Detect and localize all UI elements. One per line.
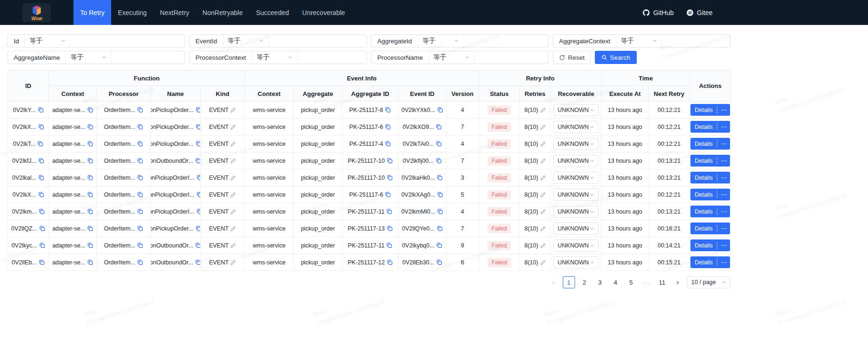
copy-icon[interactable]: [195, 124, 201, 130]
recoverable-select[interactable]: UNKNOWN: [553, 206, 599, 218]
edit-icon[interactable]: [230, 260, 236, 265]
copy-icon[interactable]: [87, 141, 93, 147]
copy-icon[interactable]: [87, 259, 93, 265]
filter-value-input[interactable]: [112, 51, 185, 64]
copy-icon[interactable]: [387, 259, 393, 265]
more-actions-icon[interactable]: ⋯: [717, 242, 730, 248]
edit-icon[interactable]: [540, 107, 546, 113]
edit-icon[interactable]: [540, 243, 546, 248]
details-button[interactable]: Details⋯: [690, 206, 730, 217]
more-actions-icon[interactable]: ⋯: [717, 124, 730, 130]
recoverable-select[interactable]: UNKNOWN: [553, 239, 599, 252]
copy-icon[interactable]: [87, 158, 93, 164]
filter-operator-select[interactable]: 等于: [24, 35, 71, 47]
more-actions-icon[interactable]: ⋯: [717, 191, 730, 198]
pagination-next-icon[interactable]: ›: [672, 276, 684, 288]
copy-icon[interactable]: [387, 175, 393, 181]
recoverable-select[interactable]: UNKNOWN: [553, 104, 599, 116]
details-button[interactable]: Details⋯: [690, 256, 730, 268]
tab-succeeded[interactable]: Succeeded: [249, 0, 295, 25]
edit-icon[interactable]: [540, 209, 546, 215]
copy-icon[interactable]: [436, 259, 442, 265]
pagination-prev-icon[interactable]: ‹: [547, 276, 560, 288]
copy-icon[interactable]: [87, 107, 93, 113]
recoverable-select[interactable]: UNKNOWN: [553, 121, 599, 133]
pagination-page[interactable]: 1: [563, 276, 575, 288]
copy-icon[interactable]: [195, 225, 201, 231]
copy-icon[interactable]: [37, 141, 43, 147]
more-actions-icon[interactable]: ⋯: [717, 158, 730, 164]
edit-icon[interactable]: [230, 124, 236, 130]
details-button[interactable]: Details⋯: [690, 172, 730, 183]
copy-icon[interactable]: [195, 259, 200, 265]
edit-icon[interactable]: [230, 141, 236, 147]
pagination-page[interactable]: 5: [625, 276, 637, 288]
copy-icon[interactable]: [137, 124, 143, 130]
copy-icon[interactable]: [38, 158, 44, 164]
details-button[interactable]: Details⋯: [690, 121, 730, 133]
github-link[interactable]: GitHub: [642, 9, 674, 16]
copy-icon[interactable]: [196, 191, 201, 198]
pagination-page[interactable]: 3: [594, 276, 606, 288]
edit-icon[interactable]: [230, 226, 236, 231]
copy-icon[interactable]: [137, 175, 143, 181]
more-actions-icon[interactable]: ⋯: [717, 259, 730, 265]
details-button[interactable]: Details⋯: [690, 189, 730, 200]
details-button[interactable]: Details⋯: [690, 155, 730, 167]
details-button[interactable]: Details⋯: [690, 239, 730, 251]
recoverable-select[interactable]: UNKNOWN: [553, 172, 599, 184]
copy-icon[interactable]: [437, 225, 443, 231]
details-button[interactable]: Details⋯: [690, 223, 730, 234]
copy-icon[interactable]: [385, 124, 391, 130]
recoverable-select[interactable]: UNKNOWN: [553, 256, 599, 269]
pagination-page[interactable]: 2: [578, 276, 591, 288]
copy-icon[interactable]: [137, 208, 143, 215]
copy-icon[interactable]: [39, 259, 45, 265]
filter-operator-select[interactable]: 等于: [616, 35, 662, 47]
filter-value-input[interactable]: [464, 35, 548, 47]
filter-value-input[interactable]: [662, 35, 730, 47]
recoverable-select[interactable]: UNKNOWN: [553, 138, 599, 150]
copy-icon[interactable]: [87, 225, 93, 231]
more-actions-icon[interactable]: ⋯: [717, 107, 730, 113]
filter-operator-select[interactable]: 等于: [418, 35, 464, 47]
filter-operator-select[interactable]: 等于: [429, 51, 475, 64]
copy-icon[interactable]: [137, 158, 143, 164]
copy-icon[interactable]: [137, 242, 143, 248]
copy-icon[interactable]: [137, 191, 143, 198]
gitee-link[interactable]: Gitee: [686, 9, 713, 16]
copy-icon[interactable]: [436, 141, 442, 147]
copy-icon[interactable]: [137, 259, 143, 265]
filter-value-input[interactable]: [269, 35, 366, 47]
filter-value-input[interactable]: [298, 51, 366, 64]
edit-icon[interactable]: [230, 209, 236, 215]
copy-icon[interactable]: [195, 158, 200, 164]
edit-icon[interactable]: [540, 192, 546, 198]
copy-icon[interactable]: [195, 107, 201, 113]
edit-icon[interactable]: [230, 192, 236, 198]
copy-icon[interactable]: [386, 208, 392, 215]
copy-icon[interactable]: [386, 242, 392, 248]
copy-icon[interactable]: [436, 158, 442, 164]
recoverable-select[interactable]: UNKNOWN: [553, 223, 599, 235]
search-button[interactable]: Search: [595, 51, 637, 64]
filter-operator-select[interactable]: 等于: [251, 51, 298, 64]
copy-icon[interactable]: [437, 107, 443, 113]
copy-icon[interactable]: [195, 242, 200, 248]
copy-icon[interactable]: [387, 158, 393, 164]
edit-icon[interactable]: [540, 260, 546, 265]
copy-icon[interactable]: [87, 124, 93, 130]
more-actions-icon[interactable]: ⋯: [717, 225, 730, 231]
edit-icon[interactable]: [540, 226, 546, 231]
copy-icon[interactable]: [195, 141, 201, 147]
copy-icon[interactable]: [436, 124, 442, 130]
edit-icon[interactable]: [540, 158, 546, 164]
copy-icon[interactable]: [38, 107, 44, 113]
copy-icon[interactable]: [39, 225, 45, 231]
recoverable-select[interactable]: UNKNOWN: [553, 189, 599, 201]
edit-icon[interactable]: [540, 141, 546, 147]
filter-operator-select[interactable]: 等于: [65, 51, 112, 64]
copy-icon[interactable]: [38, 175, 44, 181]
pagination-ellipsis[interactable]: ···: [641, 276, 653, 288]
copy-icon[interactable]: [87, 242, 93, 248]
